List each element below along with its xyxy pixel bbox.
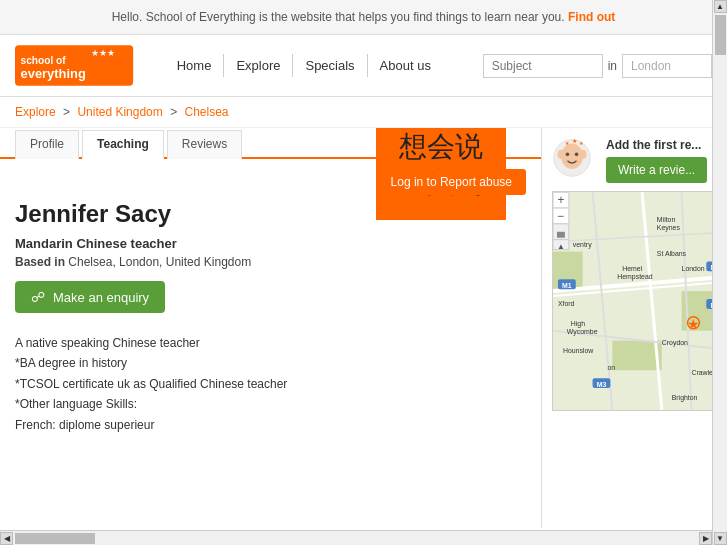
svg-text:ventry: ventry: [573, 241, 592, 249]
svg-point-6: [566, 153, 570, 157]
svg-text:London: London: [682, 265, 705, 272]
svg-point-8: [557, 150, 564, 159]
scrollbar-right[interactable]: ▲ ▼: [712, 0, 727, 545]
svg-text:High: High: [571, 320, 585, 328]
add-review-text: Add the first re...: [606, 138, 707, 152]
teacher-title: Mandarin Chinese teacher: [15, 236, 526, 251]
header: ★★★ school of everything Home Explore Sp…: [0, 35, 727, 97]
tab-profile[interactable]: Profile: [15, 130, 79, 159]
chinese-text-line1: 想会说: [399, 129, 483, 165]
report-abuse-button[interactable]: Log in to Report abuse: [377, 169, 526, 195]
svg-text:on: on: [607, 364, 615, 371]
breadcrumb-location[interactable]: Chelsea: [184, 105, 228, 119]
breadcrumb-uk[interactable]: United Kingdom: [77, 105, 162, 119]
nav-about[interactable]: About us: [368, 54, 443, 77]
svg-rect-54: [557, 232, 565, 238]
svg-text:Hempstead: Hempstead: [617, 273, 652, 281]
svg-text:★: ★: [572, 138, 577, 144]
svg-text:−: −: [557, 209, 564, 223]
search-area: in: [483, 54, 712, 78]
banner-text: Hello. School of Everything is the websi…: [112, 10, 565, 24]
scroll-right-arrow[interactable]: ▶: [699, 532, 712, 545]
scroll-up-arrow[interactable]: ▲: [714, 0, 727, 13]
scroll-thumb[interactable]: [715, 15, 726, 55]
logo-svg: ★★★ school of everything: [15, 43, 135, 88]
map-svg: M1 M1 ventry Milton Keynes Hemel Hempste…: [553, 192, 727, 410]
nav-home[interactable]: Home: [165, 54, 225, 77]
desc-line-0: A native speaking Chinese teacher: [15, 333, 526, 353]
svg-point-7: [575, 153, 579, 157]
enquiry-label: Make an enquiry: [53, 290, 149, 305]
based-in: Based in Chelsea, London, United Kingdom: [15, 255, 526, 269]
mascot-icon: ★ ★ ★: [552, 138, 592, 178]
svg-point-9: [579, 150, 586, 159]
find-out-link[interactable]: Find out: [568, 10, 615, 24]
desc-line-1: *BA degree in history: [15, 353, 526, 373]
breadcrumb-explore[interactable]: Explore: [15, 105, 56, 119]
nav: Home Explore Specials About us: [165, 54, 443, 77]
svg-text:Milton: Milton: [657, 216, 676, 223]
enquiry-button[interactable]: ☍ Make an enquiry: [15, 281, 165, 313]
breadcrumb: Explore > United Kingdom > Chelsea: [0, 97, 727, 128]
hscroll-thumb[interactable]: [15, 533, 95, 544]
write-review-button[interactable]: Write a revie...: [606, 157, 707, 183]
teacher-info: 想会说 中文吗 Jennifer Sacy Mandarin Chinese t…: [0, 195, 541, 445]
svg-text:everything: everything: [21, 66, 86, 81]
svg-text:Croydon: Croydon: [662, 340, 688, 348]
in-label: in: [608, 59, 617, 73]
nav-specials[interactable]: Specials: [293, 54, 367, 77]
desc-line-3: *Other language Skills:: [15, 394, 526, 414]
svg-text:M1: M1: [562, 282, 572, 289]
nav-explore[interactable]: Explore: [224, 54, 293, 77]
svg-text:Keynes: Keynes: [657, 224, 681, 232]
svg-text:Hemel: Hemel: [622, 265, 642, 272]
svg-text:Hounslow: Hounslow: [563, 347, 593, 354]
location-input[interactable]: [622, 54, 712, 78]
tab-reviews[interactable]: Reviews: [167, 130, 242, 159]
enquiry-icon: ☍: [31, 289, 45, 305]
svg-text:★★★: ★★★: [91, 48, 115, 58]
search-input[interactable]: [483, 54, 603, 78]
scroll-down-arrow[interactable]: ▼: [714, 532, 727, 545]
svg-rect-15: [612, 341, 661, 371]
svg-text:M3: M3: [597, 381, 607, 388]
svg-text:Xford: Xford: [558, 300, 575, 307]
description: A native speaking Chinese teacher *BA de…: [15, 333, 526, 435]
based-label: Based in: [15, 255, 65, 269]
scroll-left-arrow[interactable]: ◀: [0, 532, 13, 545]
sidebar: ★ ★ ★ Add the first re... Write a revie.…: [542, 128, 727, 528]
svg-text:+: +: [557, 193, 564, 207]
breadcrumb-sep2: >: [170, 105, 177, 119]
breadcrumb-sep1: >: [63, 105, 70, 119]
svg-text:▲: ▲: [557, 242, 565, 251]
content: Profile Teaching Reviews Log in to Repor…: [0, 128, 542, 528]
bottom-scrollbar[interactable]: ◀ ▶: [0, 530, 712, 545]
top-banner: Hello. School of Everything is the websi…: [0, 0, 727, 35]
svg-text:school of: school of: [21, 55, 67, 66]
review-header: ★ ★ ★ Add the first re... Write a revie.…: [552, 138, 717, 183]
desc-line-4: French: diplome superieur: [15, 415, 526, 435]
main-wrapper: Profile Teaching Reviews Log in to Repor…: [0, 128, 727, 528]
logo[interactable]: ★★★ school of everything: [15, 43, 135, 88]
svg-text:St Albans: St Albans: [657, 250, 687, 257]
desc-line-2: *TCSOL certificate uk as Qualified Chine…: [15, 374, 526, 394]
svg-text:Brighton: Brighton: [672, 394, 698, 402]
based-location: Chelsea, London, United Kingdom: [68, 255, 251, 269]
svg-text:Wycombe: Wycombe: [567, 328, 598, 336]
tab-teaching[interactable]: Teaching: [82, 130, 164, 159]
map-container[interactable]: M1 M1 ventry Milton Keynes Hemel Hempste…: [552, 191, 727, 411]
